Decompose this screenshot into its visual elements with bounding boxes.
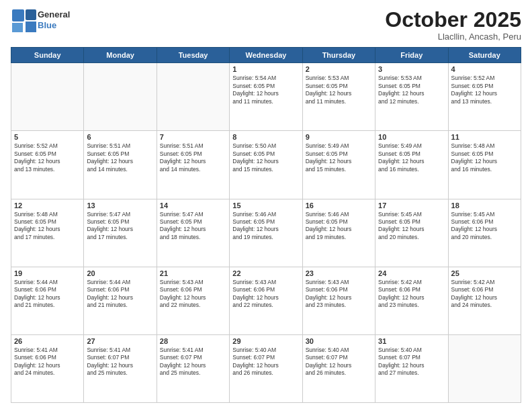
day-number: 15: [232, 201, 299, 210]
calendar-cell: 16Sunrise: 5:46 AM Sunset: 6:05 PM Dayli…: [302, 199, 375, 267]
day-number: 1: [232, 65, 299, 73]
calendar-cell: 15Sunrise: 5:46 AM Sunset: 6:05 PM Dayli…: [230, 199, 302, 267]
day-number: 18: [451, 201, 518, 210]
day-info: Sunrise: 5:41 AM Sunset: 6:06 PM Dayligh…: [14, 347, 81, 377]
day-of-week-monday: Monday: [84, 48, 157, 63]
location: Llacllin, Ancash, Peru: [385, 32, 521, 42]
day-info: Sunrise: 5:44 AM Sunset: 6:06 PM Dayligh…: [14, 279, 81, 310]
calendar-cell: 29Sunrise: 5:40 AM Sunset: 6:07 PM Dayli…: [230, 334, 302, 402]
calendar-cell: 9Sunrise: 5:49 AM Sunset: 6:05 PM Daylig…: [302, 131, 375, 199]
calendar-cell: 14Sunrise: 5:47 AM Sunset: 6:05 PM Dayli…: [157, 199, 229, 267]
svg-rect-0: [12, 9, 24, 21]
calendar-cell: 21Sunrise: 5:43 AM Sunset: 6:06 PM Dayli…: [157, 267, 229, 334]
day-info: Sunrise: 5:54 AM Sunset: 6:05 PM Dayligh…: [232, 75, 299, 105]
day-number: 29: [232, 337, 299, 345]
day-info: Sunrise: 5:49 AM Sunset: 6:05 PM Dayligh…: [306, 142, 372, 173]
day-number: 20: [87, 269, 153, 277]
day-info: Sunrise: 5:47 AM Sunset: 6:05 PM Dayligh…: [160, 211, 226, 242]
day-of-week-friday: Friday: [375, 48, 448, 63]
day-number: 17: [378, 201, 445, 210]
logo: General Blue: [11, 8, 70, 32]
day-info: Sunrise: 5:47 AM Sunset: 6:05 PM Dayligh…: [87, 211, 153, 242]
day-number: 7: [160, 133, 226, 141]
calendar-cell: 26Sunrise: 5:41 AM Sunset: 6:06 PM Dayli…: [11, 334, 84, 402]
calendar-cell: 30Sunrise: 5:40 AM Sunset: 6:07 PM Dayli…: [302, 334, 375, 402]
day-number: 13: [87, 201, 153, 210]
svg-marker-2: [26, 21, 36, 32]
calendar-week-3: 19Sunrise: 5:44 AM Sunset: 6:06 PM Dayli…: [11, 267, 521, 334]
day-number: 12: [14, 201, 81, 210]
calendar-cell: 3Sunrise: 5:53 AM Sunset: 6:05 PM Daylig…: [375, 63, 448, 131]
day-of-week-wednesday: Wednesday: [230, 48, 302, 63]
header: General Blue October 2025 Llacllin, Anca…: [11, 8, 521, 42]
calendar-cell: [84, 63, 157, 131]
day-number: 8: [232, 133, 299, 141]
day-info: Sunrise: 5:40 AM Sunset: 6:07 PM Dayligh…: [306, 347, 372, 377]
calendar-cell: 27Sunrise: 5:41 AM Sunset: 6:07 PM Dayli…: [84, 334, 157, 402]
calendar-cell: 17Sunrise: 5:45 AM Sunset: 6:05 PM Dayli…: [375, 199, 448, 267]
day-info: Sunrise: 5:51 AM Sunset: 6:05 PM Dayligh…: [160, 142, 226, 173]
day-info: Sunrise: 5:43 AM Sunset: 6:06 PM Dayligh…: [232, 279, 299, 310]
calendar-week-1: 5Sunrise: 5:52 AM Sunset: 6:05 PM Daylig…: [11, 131, 521, 199]
calendar-cell: 19Sunrise: 5:44 AM Sunset: 6:06 PM Dayli…: [11, 267, 84, 334]
day-number: 16: [306, 201, 372, 210]
day-info: Sunrise: 5:45 AM Sunset: 6:06 PM Dayligh…: [451, 211, 518, 242]
svg-marker-3: [12, 23, 23, 32]
page: General Blue October 2025 Llacllin, Anca…: [0, 0, 532, 411]
logo-text: General Blue: [38, 9, 70, 30]
calendar-cell: 8Sunrise: 5:50 AM Sunset: 6:05 PM Daylig…: [230, 131, 302, 199]
day-info: Sunrise: 5:46 AM Sunset: 6:05 PM Dayligh…: [232, 211, 299, 242]
month-title: October 2025: [385, 8, 521, 32]
calendar-cell: 1Sunrise: 5:54 AM Sunset: 6:05 PM Daylig…: [230, 63, 302, 131]
calendar-week-2: 12Sunrise: 5:48 AM Sunset: 6:05 PM Dayli…: [11, 199, 521, 267]
day-number: 30: [306, 337, 372, 345]
calendar-body: 1Sunrise: 5:54 AM Sunset: 6:05 PM Daylig…: [11, 63, 521, 403]
calendar-cell: 4Sunrise: 5:52 AM Sunset: 6:05 PM Daylig…: [448, 63, 521, 131]
calendar-cell: 2Sunrise: 5:53 AM Sunset: 6:05 PM Daylig…: [302, 63, 375, 131]
day-info: Sunrise: 5:43 AM Sunset: 6:06 PM Dayligh…: [306, 279, 372, 310]
calendar-week-0: 1Sunrise: 5:54 AM Sunset: 6:05 PM Daylig…: [11, 63, 521, 131]
logo-icon: [11, 8, 35, 32]
title-area: October 2025 Llacllin, Ancash, Peru: [385, 8, 521, 42]
day-number: 19: [14, 269, 81, 277]
calendar-cell: [157, 63, 229, 131]
calendar-cell: 28Sunrise: 5:41 AM Sunset: 6:07 PM Dayli…: [157, 334, 229, 402]
calendar-cell: 24Sunrise: 5:42 AM Sunset: 6:06 PM Dayli…: [375, 267, 448, 334]
day-info: Sunrise: 5:45 AM Sunset: 6:05 PM Dayligh…: [378, 211, 445, 242]
day-number: 2: [306, 65, 372, 73]
day-info: Sunrise: 5:41 AM Sunset: 6:07 PM Dayligh…: [87, 347, 153, 377]
calendar-cell: 7Sunrise: 5:51 AM Sunset: 6:05 PM Daylig…: [157, 131, 229, 199]
day-info: Sunrise: 5:41 AM Sunset: 6:07 PM Dayligh…: [160, 347, 226, 377]
day-info: Sunrise: 5:40 AM Sunset: 6:07 PM Dayligh…: [232, 347, 299, 377]
day-number: 9: [306, 133, 372, 141]
calendar-week-4: 26Sunrise: 5:41 AM Sunset: 6:06 PM Dayli…: [11, 334, 521, 402]
calendar-cell: 31Sunrise: 5:40 AM Sunset: 6:07 PM Dayli…: [375, 334, 448, 402]
calendar-cell: 25Sunrise: 5:42 AM Sunset: 6:06 PM Dayli…: [448, 267, 521, 334]
day-of-week-sunday: Sunday: [11, 48, 84, 63]
logo-blue-text: Blue: [38, 20, 56, 30]
header-row: SundayMondayTuesdayWednesdayThursdayFrid…: [11, 48, 521, 63]
day-number: 25: [451, 269, 518, 277]
day-info: Sunrise: 5:52 AM Sunset: 6:05 PM Dayligh…: [451, 75, 518, 105]
calendar-cell: [448, 334, 521, 402]
calendar-cell: [11, 63, 84, 131]
day-info: Sunrise: 5:53 AM Sunset: 6:05 PM Dayligh…: [378, 75, 445, 105]
logo-general-text: General: [38, 9, 70, 19]
day-number: 23: [306, 269, 372, 277]
calendar-cell: 13Sunrise: 5:47 AM Sunset: 6:05 PM Dayli…: [84, 199, 157, 267]
day-number: 5: [14, 133, 81, 141]
day-info: Sunrise: 5:48 AM Sunset: 6:05 PM Dayligh…: [451, 142, 518, 173]
day-info: Sunrise: 5:40 AM Sunset: 6:07 PM Dayligh…: [378, 347, 445, 377]
day-info: Sunrise: 5:50 AM Sunset: 6:05 PM Dayligh…: [232, 142, 299, 173]
day-number: 10: [378, 133, 445, 141]
calendar-cell: 23Sunrise: 5:43 AM Sunset: 6:06 PM Dayli…: [302, 267, 375, 334]
calendar-header: SundayMondayTuesdayWednesdayThursdayFrid…: [11, 48, 521, 63]
day-number: 31: [378, 337, 445, 345]
calendar-table: SundayMondayTuesdayWednesdayThursdayFrid…: [11, 47, 521, 403]
day-info: Sunrise: 5:51 AM Sunset: 6:05 PM Dayligh…: [87, 142, 153, 173]
day-number: 27: [87, 337, 153, 345]
day-number: 4: [451, 65, 518, 73]
day-of-week-tuesday: Tuesday: [157, 48, 229, 63]
day-info: Sunrise: 5:52 AM Sunset: 6:05 PM Dayligh…: [14, 142, 81, 173]
calendar-cell: 12Sunrise: 5:48 AM Sunset: 6:05 PM Dayli…: [11, 199, 84, 267]
